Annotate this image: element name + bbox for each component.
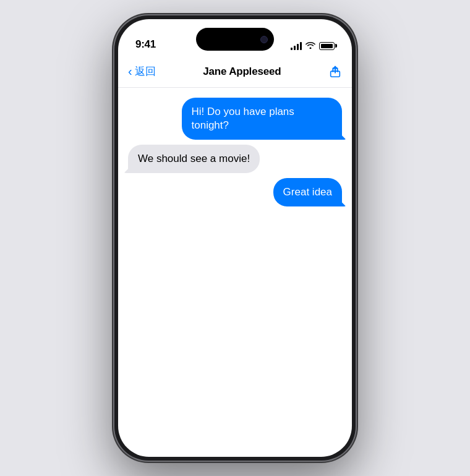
status-time: 9:41 xyxy=(135,38,156,51)
nav-header: ‹ 返回 Jane Appleseed xyxy=(118,56,352,88)
bubble-text-1: Hi! Do you have plans tonight? xyxy=(192,106,294,131)
bubble-received-1[interactable]: We should see a movie! xyxy=(128,145,260,173)
bubble-text-3: Great idea xyxy=(283,186,332,198)
message-row-2: We should see a movie! xyxy=(128,145,342,173)
back-label: 返回 xyxy=(135,64,156,79)
phone-screen: 9:41 xyxy=(118,19,352,457)
message-row-3: Great idea xyxy=(128,178,342,206)
share-button[interactable] xyxy=(328,65,342,79)
message-row-1: Hi! Do you have plans tonight? xyxy=(128,98,342,140)
share-icon xyxy=(328,65,342,79)
battery-icon xyxy=(319,42,335,50)
status-icons xyxy=(291,41,335,51)
bubble-sent-1[interactable]: Hi! Do you have plans tonight? xyxy=(182,98,343,140)
wifi-icon xyxy=(306,41,315,51)
phone-frame: 9:41 xyxy=(114,15,356,461)
messages-area: Hi! Do you have plans tonight? We should… xyxy=(118,88,352,457)
bubble-sent-2[interactable]: Great idea xyxy=(273,178,342,206)
back-button[interactable]: ‹ 返回 xyxy=(128,64,156,79)
bubble-text-2: We should see a movie! xyxy=(138,153,250,164)
signal-icon xyxy=(291,42,302,50)
back-chevron-icon: ‹ xyxy=(128,65,132,77)
nav-title: Jane Appleseed xyxy=(203,66,281,78)
camera-dot xyxy=(260,36,268,43)
dynamic-island xyxy=(196,28,274,51)
